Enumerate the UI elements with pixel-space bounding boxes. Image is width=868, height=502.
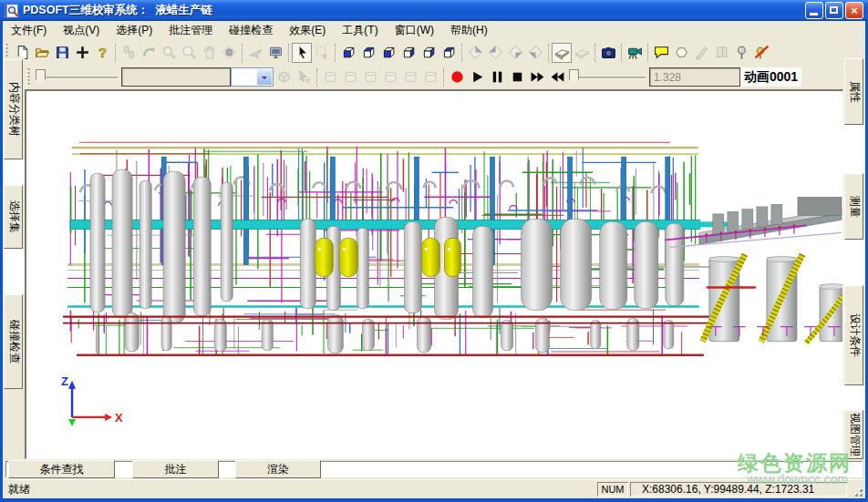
combo-value (232, 68, 256, 86)
view-cube-right-icon[interactable] (418, 43, 439, 63)
bottom-tab-1[interactable]: 条件查找 (8, 460, 115, 478)
tab-label: 选择集 (5, 200, 21, 233)
slider-thumb[interactable] (36, 69, 46, 85)
svg-text:?: ? (98, 46, 106, 60)
animation-toolbar: 1.328动画0001 (25, 65, 843, 89)
left-tab-strip: 内容分类树选择集碰撞检查 (3, 56, 25, 459)
menu-9[interactable]: 帮助(H) (442, 21, 496, 40)
toolbar-separator (461, 44, 462, 62)
menu-7[interactable]: 工具(T) (334, 21, 386, 40)
speed-slider[interactable] (34, 67, 121, 87)
play-icon[interactable] (467, 67, 487, 87)
help-icon[interactable]: ? (92, 43, 112, 63)
add-plus-icon[interactable] (72, 43, 92, 63)
viewpoint-combo[interactable] (231, 67, 274, 87)
tab-label: 视图管理 (846, 413, 862, 456)
pin-off-icon[interactable] (751, 43, 771, 63)
video-camera-icon[interactable] (625, 43, 645, 63)
toolbar-separator (443, 68, 444, 87)
menu-4[interactable]: 批注管理 (160, 21, 221, 40)
cylinder-view-2-icon (340, 67, 360, 87)
pan-hand-icon (199, 43, 219, 63)
menu-2[interactable]: 视点(V) (55, 21, 108, 40)
toolbar-separator (621, 44, 622, 62)
walk-mode-icon (119, 43, 139, 63)
menu-5[interactable]: 碰撞检查 (221, 21, 281, 40)
tab-label: 属性 (846, 81, 862, 103)
view-cube-top-icon[interactable] (358, 43, 378, 63)
viewpoint-monitor-icon[interactable] (265, 43, 285, 63)
3d-viewport[interactable]: ZX (25, 89, 843, 459)
slider-track (37, 77, 118, 79)
toolbar-separator (335, 44, 336, 62)
resize-grip[interactable] (851, 485, 863, 497)
record-icon[interactable] (447, 67, 467, 87)
toolbar-grip[interactable] (26, 68, 30, 87)
view-cube-back-icon[interactable] (398, 43, 418, 63)
open-folder-icon[interactable] (32, 43, 52, 63)
window-border-left (0, 21, 3, 502)
view-cube-front-icon[interactable] (338, 43, 358, 63)
toolbar-separator (242, 44, 243, 62)
chevron-down-icon[interactable] (256, 68, 273, 86)
left-tab-3[interactable]: 碰撞检查 (4, 294, 23, 389)
slider-thumb[interactable] (569, 69, 579, 85)
axis-z-label: Z (61, 374, 68, 388)
snapshot-camera-icon[interactable] (598, 43, 618, 63)
menu-1[interactable]: 文件(F) (3, 21, 55, 40)
iso-view-se-icon (505, 43, 525, 63)
fly-jet-icon (245, 43, 265, 63)
zoom-in-icon (159, 43, 179, 63)
viewpoint-name-field[interactable] (121, 67, 231, 87)
iso-view-nw-icon (485, 43, 505, 63)
view-cube-bottom-icon[interactable] (439, 43, 459, 63)
left-tab-2[interactable]: 选择集 (4, 185, 23, 249)
cylinder-view-5-icon (400, 67, 420, 87)
toolbar-separator (548, 44, 549, 62)
stop-icon[interactable] (507, 67, 527, 87)
tab-label: 设计条件 (846, 313, 862, 357)
minimize-button[interactable] (805, 2, 823, 19)
right-tab-2[interactable]: 测量 (844, 173, 863, 240)
zoom-out-icon (179, 43, 199, 63)
save-icon[interactable] (52, 43, 72, 63)
notebook-icon (711, 43, 731, 63)
app-logo-icon (4, 4, 19, 18)
comment-bubble-icon[interactable] (651, 43, 671, 63)
right-tab-3[interactable]: 设计条件 (844, 285, 863, 385)
close-button[interactable]: × (845, 2, 863, 19)
pin-marker-icon[interactable] (731, 43, 751, 63)
cylinder-view-1-icon (320, 67, 340, 87)
clip-plane-icon[interactable] (552, 43, 572, 63)
menu-bar: 文件(F)视点(V)选择(P)批注管理碰撞检查效果(E)工具(T)窗口(W)帮助… (3, 21, 865, 41)
box-3d-icon (274, 67, 294, 87)
status-ready-text: 就绪 (3, 482, 597, 497)
maximize-button[interactable] (825, 2, 843, 19)
rewind-icon[interactable] (547, 67, 567, 87)
fast-forward-icon[interactable] (527, 67, 547, 87)
polygon-markup-icon[interactable] (671, 43, 691, 63)
view-cube-left-icon[interactable] (378, 43, 398, 63)
select-arrow-icon[interactable] (292, 43, 312, 63)
status-bar: 就绪 NUM X:68306.16, Y:99489.44, Z:1723.31 (3, 479, 865, 498)
cylinder-view-4-icon (380, 67, 400, 87)
animation-name-label: 动画0001 (740, 67, 801, 87)
iso-view-sw-icon (525, 43, 545, 63)
slider-track (571, 77, 646, 79)
menu-3[interactable]: 选择(P) (108, 21, 160, 40)
main-toolbar: ? (3, 40, 865, 66)
pause-icon[interactable] (487, 67, 507, 87)
right-tab-1[interactable]: 属性 (844, 58, 863, 125)
menu-6[interactable]: 效果(E) (281, 21, 334, 40)
title-bar[interactable]: PDSOFT三维校审系统： 液蜡生产链 × (0, 0, 868, 21)
toolbar-separator (115, 44, 116, 62)
cylinder-view-6-icon (420, 67, 440, 87)
right-tab-4[interactable]: 视图管理 (844, 410, 863, 459)
bottom-tab-2[interactable]: 批注 (132, 460, 219, 478)
left-tab-1[interactable]: 内容分类树 (4, 59, 23, 159)
window-border-bottom (0, 498, 868, 502)
bottom-tab-3[interactable]: 渲染 (235, 460, 321, 478)
tab-label: 内容分类树 (5, 82, 21, 137)
menu-8[interactable]: 窗口(W) (387, 21, 442, 40)
frame-slider[interactable] (567, 67, 649, 87)
